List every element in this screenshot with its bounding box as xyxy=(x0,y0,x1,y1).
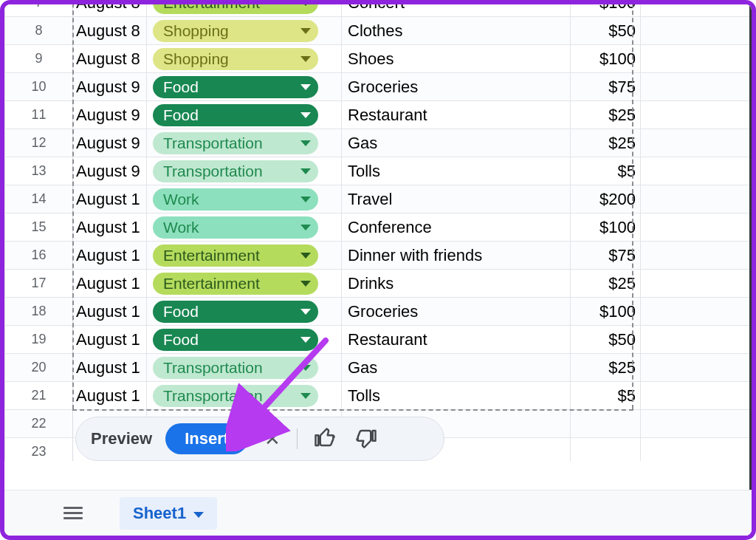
category-chip[interactable]: Transportation xyxy=(153,357,318,379)
cell-description[interactable]: Tolls xyxy=(342,382,571,410)
row-number[interactable]: 16 xyxy=(5,242,73,270)
category-chip[interactable]: Food xyxy=(153,76,318,98)
cell-amount[interactable]: $100 xyxy=(571,0,641,17)
cell-amount[interactable]: $5 xyxy=(571,382,641,410)
cell-empty[interactable] xyxy=(641,438,752,462)
cell-category[interactable]: Entertainment xyxy=(147,242,342,270)
cell-description[interactable]: Gas xyxy=(342,354,571,382)
cell-amount[interactable]: $100 xyxy=(571,45,641,73)
cell-amount[interactable]: $50 xyxy=(571,326,641,354)
cell-date[interactable]: August 9 xyxy=(73,73,147,101)
cell-description[interactable]: Dinner with friends xyxy=(342,242,571,270)
spreadsheet-grid[interactable]: 7August 8EntertainmentConcert$1008August… xyxy=(4,0,752,461)
cell-category[interactable]: Transportation xyxy=(147,382,342,410)
cell-description[interactable]: Groceries xyxy=(342,298,571,326)
row-number[interactable]: 15 xyxy=(5,213,73,242)
cell-empty[interactable] xyxy=(641,185,752,213)
cell-category[interactable]: Shopping xyxy=(147,45,342,73)
cell-amount[interactable]: $5 xyxy=(571,157,641,185)
category-chip[interactable]: Food xyxy=(153,301,318,323)
row-number[interactable]: 14 xyxy=(5,185,73,213)
row-number[interactable]: 22 xyxy=(5,410,73,438)
thumbs-up-button[interactable] xyxy=(311,427,339,451)
cell-date[interactable]: August 1 xyxy=(73,326,147,354)
category-chip[interactable]: Work xyxy=(153,188,318,211)
cell-description[interactable]: Drinks xyxy=(342,270,571,298)
cell-date[interactable]: August 9 xyxy=(73,101,147,129)
cell-description[interactable]: Tolls xyxy=(342,157,571,185)
category-chip[interactable]: Transportation xyxy=(153,160,318,182)
cell-description[interactable]: Gas xyxy=(342,129,571,157)
row-number[interactable]: 21 xyxy=(5,382,73,410)
cell-empty[interactable] xyxy=(641,213,752,242)
cell-description[interactable]: Groceries xyxy=(342,73,571,101)
cell-date[interactable]: August 8 xyxy=(73,0,147,17)
cell-empty[interactable] xyxy=(641,354,752,382)
cell-amount[interactable]: $100 xyxy=(571,298,641,326)
cell-empty[interactable] xyxy=(641,326,752,354)
cell-description[interactable]: Restaurant xyxy=(342,326,571,354)
cell-date[interactable]: August 1 xyxy=(73,242,147,270)
cell-description[interactable]: Clothes xyxy=(342,17,571,45)
thumbs-down-button[interactable] xyxy=(352,427,380,451)
category-chip[interactable]: Work xyxy=(153,216,318,239)
cell-date[interactable]: August 8 xyxy=(73,17,147,45)
cell-empty[interactable] xyxy=(641,73,752,101)
cell-empty[interactable] xyxy=(641,270,752,298)
cell-empty[interactable] xyxy=(571,410,641,438)
cell-empty[interactable] xyxy=(641,0,752,17)
cell-category[interactable]: Transportation xyxy=(147,129,342,157)
row-number[interactable]: 23 xyxy=(5,438,73,462)
row-number[interactable]: 17 xyxy=(5,270,73,298)
cell-date[interactable]: August 1 xyxy=(73,185,147,213)
row-number[interactable]: 12 xyxy=(5,129,73,157)
row-number[interactable]: 13 xyxy=(5,157,73,185)
category-chip[interactable]: Entertainment xyxy=(153,273,318,295)
cell-empty[interactable] xyxy=(641,157,752,185)
cell-category[interactable]: Work xyxy=(147,213,342,242)
cell-category[interactable]: Entertainment xyxy=(147,0,342,17)
cell-description[interactable]: Shoes xyxy=(342,45,571,73)
cell-date[interactable]: August 9 xyxy=(73,157,147,185)
cell-amount[interactable]: $25 xyxy=(571,129,641,157)
cell-date[interactable]: August 1 xyxy=(73,354,147,382)
cell-empty[interactable] xyxy=(641,101,752,129)
cell-empty[interactable] xyxy=(571,438,641,462)
row-number[interactable]: 11 xyxy=(5,101,73,129)
category-chip[interactable]: Entertainment xyxy=(153,0,318,14)
cell-description[interactable]: Concert xyxy=(342,0,571,17)
cell-empty[interactable] xyxy=(641,242,752,270)
row-number[interactable]: 19 xyxy=(5,326,73,354)
cell-category[interactable]: Shopping xyxy=(147,17,342,45)
cell-description[interactable]: Conference xyxy=(342,213,571,242)
category-chip[interactable]: Shopping xyxy=(153,20,318,42)
row-number[interactable]: 9 xyxy=(5,45,73,73)
cell-amount[interactable]: $200 xyxy=(571,185,641,213)
cell-amount[interactable]: $25 xyxy=(571,101,641,129)
row-number[interactable]: 10 xyxy=(5,73,73,101)
cell-category[interactable]: Food xyxy=(147,101,342,129)
cell-date[interactable]: August 1 xyxy=(73,298,147,326)
cell-empty[interactable] xyxy=(641,382,752,410)
cell-description[interactable]: Restaurant xyxy=(342,101,571,129)
cell-date[interactable]: August 8 xyxy=(73,45,147,73)
cell-category[interactable]: Food xyxy=(147,298,342,326)
cell-amount[interactable]: $100 xyxy=(571,213,641,242)
vertical-scrollbar[interactable] xyxy=(749,4,752,490)
cell-amount[interactable]: $75 xyxy=(571,73,641,101)
sheet-tab-sheet1[interactable]: Sheet1 xyxy=(120,497,217,530)
dismiss-button[interactable]: ✕ xyxy=(261,428,284,451)
cell-category[interactable]: Work xyxy=(147,185,342,213)
cell-date[interactable]: August 1 xyxy=(73,213,147,242)
cell-category[interactable]: Transportation xyxy=(147,157,342,185)
cell-amount[interactable]: $25 xyxy=(571,270,641,298)
cell-description[interactable]: Travel xyxy=(342,185,571,213)
all-sheets-button[interactable] xyxy=(63,504,83,522)
row-number[interactable]: 18 xyxy=(5,298,73,326)
category-chip[interactable]: Transportation xyxy=(153,132,318,154)
category-chip[interactable]: Transportation xyxy=(153,385,318,407)
cell-empty[interactable] xyxy=(641,410,752,438)
cell-empty[interactable] xyxy=(641,298,752,326)
cell-category[interactable]: Transportation xyxy=(147,354,342,382)
cell-category[interactable]: Food xyxy=(147,73,342,101)
